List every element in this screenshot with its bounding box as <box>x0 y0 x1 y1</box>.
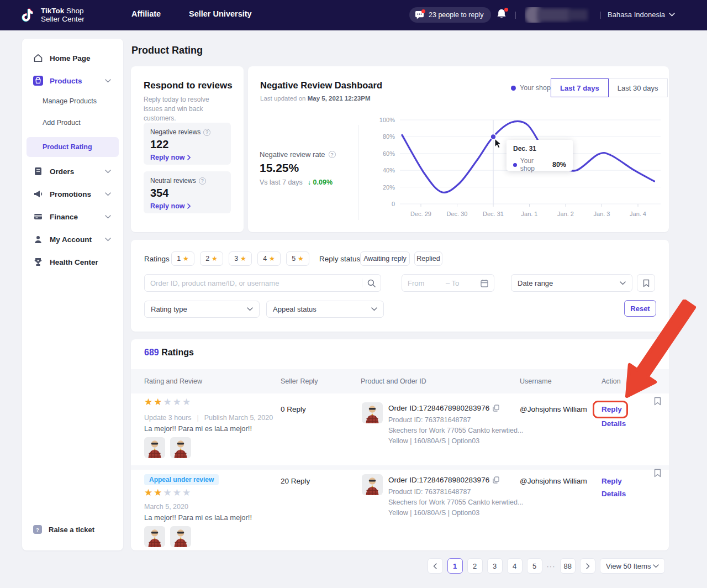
nav-link-affiliate[interactable]: Affiliate <box>131 9 161 18</box>
review-photo[interactable] <box>144 437 165 458</box>
language-selector[interactable]: Bahasa Indonesia <box>608 11 675 19</box>
help-icon[interactable]: ? <box>199 177 206 185</box>
svg-text:Jan. 3: Jan. 3 <box>594 211 610 217</box>
column-seller-reply: Seller Reply <box>281 377 318 385</box>
bookmark-icon[interactable] <box>654 469 661 477</box>
home-icon <box>33 53 43 63</box>
order-id: Order ID:17284678980283976 <box>388 404 499 412</box>
saved-filter-bookmark-button[interactable] <box>637 274 655 292</box>
page-2-button[interactable]: 2 <box>467 558 483 574</box>
star-icon: ★ <box>269 255 275 262</box>
top-navbar: TikTok Shop Seller Center Affiliate Sell… <box>0 0 707 30</box>
pagination-ellipsis: ··· <box>547 562 556 570</box>
date-from-to-field[interactable]: From – To <box>402 274 494 292</box>
review-meta: Update 3 hours | Publish March 5, 2020 <box>144 414 273 422</box>
bookmark-icon[interactable] <box>654 397 661 406</box>
reset-button[interactable]: Reset <box>624 300 656 317</box>
date-range-value: Date range <box>518 279 553 287</box>
rating-type-select[interactable]: Rating type <box>144 301 260 318</box>
order-id: Order ID:17284678980283976 <box>388 476 499 484</box>
sidebar-item-products[interactable]: Products <box>27 70 119 92</box>
awaiting-reply-filter[interactable]: Awaiting reply <box>360 251 410 266</box>
neutral-reviews-count: 354 <box>150 187 224 200</box>
appeal-status-select[interactable]: Appeal status <box>266 301 384 318</box>
svg-text:60%: 60% <box>383 150 395 157</box>
page-4-button[interactable]: 4 <box>507 558 523 574</box>
health-icon <box>33 257 43 267</box>
page-title: Product Rating <box>131 45 203 56</box>
help-icon[interactable]: ? <box>329 151 336 158</box>
rating-type-value: Rating type <box>151 305 187 313</box>
replied-filter[interactable]: Replied <box>414 251 442 266</box>
seller-reply-count: 0 Reply <box>281 405 306 413</box>
pagination: 1 2 3 4 5 ··· 88 View 50 Items <box>428 558 665 574</box>
reply-now-link[interactable]: Reply now <box>150 154 224 161</box>
chevron-down-icon <box>653 564 659 568</box>
product-image[interactable] <box>362 402 383 423</box>
sidebar-item-manage-products[interactable]: Manage Products <box>27 94 119 108</box>
page-5-button[interactable]: 5 <box>527 558 542 574</box>
people-to-reply-badge[interactable]: 23 people to reply <box>409 7 491 23</box>
reply-now-link[interactable]: Reply now <box>150 202 224 210</box>
account-icon <box>33 234 43 244</box>
rating-filter-4-star[interactable]: 4★ <box>257 251 281 266</box>
appeal-status-value: Appeal status <box>273 305 316 313</box>
negative-reviews-box: Negative reviews? 122 Reply now <box>144 123 231 165</box>
chart-legend: Your shop <box>511 84 551 92</box>
date-from-placeholder: From <box>408 279 424 287</box>
ratings-table-card: 689 Ratings Rating and Review Seller Rep… <box>131 339 669 550</box>
neutral-reviews-label: Neutral reviews <box>150 177 196 185</box>
notification-dot <box>504 8 508 12</box>
chevron-down-icon <box>669 13 675 17</box>
chevron-down-icon <box>247 307 253 311</box>
copy-icon[interactable] <box>493 405 499 412</box>
page-3-button[interactable]: 3 <box>487 558 503 574</box>
rating-filter-1-star[interactable]: 1★ <box>171 251 194 266</box>
sidebar-item-finance[interactable]: Finance <box>27 206 119 228</box>
copy-icon[interactable] <box>493 476 499 484</box>
reply-action-link[interactable]: Reply <box>602 477 622 485</box>
sidebar-item-health-center[interactable]: Health Center <box>27 251 119 273</box>
items-per-page-select[interactable]: View 50 Items <box>600 558 665 574</box>
details-action-link[interactable]: Details <box>602 490 626 498</box>
svg-text:100%: 100% <box>379 117 395 123</box>
search-field <box>144 274 381 292</box>
product-image[interactable] <box>362 474 383 495</box>
details-action-link[interactable]: Details <box>602 419 626 428</box>
last-7-days-button[interactable]: Last 7 days <box>551 78 609 97</box>
review-photo[interactable] <box>170 526 191 547</box>
sidebar-item-product-rating[interactable]: Product Rating <box>27 137 119 157</box>
calendar-icon <box>481 279 488 287</box>
rating-filter-5-star[interactable]: 5★ <box>286 251 309 266</box>
sidebar-item-my-account[interactable]: My Account <box>27 228 119 250</box>
nav-link-seller-university[interactable]: Seller University <box>189 9 252 18</box>
product-name: Skechers for Work 77055 Cankto kerwtied.… <box>388 498 523 506</box>
chevron-down-icon <box>371 307 377 311</box>
search-input[interactable] <box>145 275 362 291</box>
page-1-button[interactable]: 1 <box>447 558 463 574</box>
search-icon[interactable] <box>362 279 381 287</box>
bell-icon[interactable] <box>496 8 507 22</box>
reply-highlight-box <box>593 401 628 418</box>
rating-filter-3-star[interactable]: 3★ <box>229 251 252 266</box>
sidebar-raise-a-ticket[interactable]: ? Raise a ticket <box>27 522 119 537</box>
product-variant: Yellow | 160/80A/S | Option03 <box>388 509 479 517</box>
date-range-select[interactable]: Date range <box>511 274 632 292</box>
previous-page-button[interactable] <box>428 558 443 574</box>
sidebar-item-promotions[interactable]: Promotions <box>27 183 119 205</box>
sidebar-item-add-product[interactable]: Add Product <box>27 116 119 130</box>
page-88-button[interactable]: 88 <box>560 558 576 574</box>
sidebar-item-home-page[interactable]: Home Page <box>27 47 119 69</box>
help-icon[interactable]: ? <box>203 129 210 136</box>
sidebar-item-orders[interactable]: Orders <box>27 160 119 182</box>
next-page-button[interactable] <box>580 558 595 574</box>
reply-badge-label: 23 people to reply <box>429 11 483 19</box>
user-account-blurred[interactable] <box>525 7 590 23</box>
review-photo[interactable] <box>170 437 191 458</box>
review-photo[interactable] <box>144 526 165 547</box>
svg-text:20%: 20% <box>383 184 395 191</box>
tiktok-shop-logo[interactable]: TikTok Shop Seller Center <box>21 7 85 23</box>
svg-text:Dec. 31: Dec. 31 <box>483 211 504 217</box>
last-30-days-button[interactable]: Last 30 days <box>608 78 668 97</box>
rating-filter-2-star[interactable]: 2★ <box>200 251 223 266</box>
